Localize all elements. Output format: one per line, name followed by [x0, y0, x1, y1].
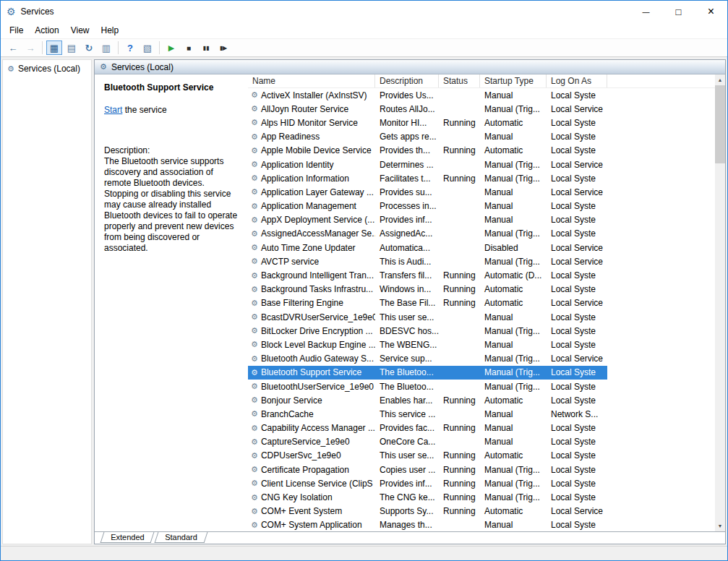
service-row[interactable]: ⚙Base Filtering EngineThe Base Fil...Run… — [248, 296, 607, 310]
startup-type-cell: Manual — [480, 187, 547, 197]
service-gear-icon: ⚙ — [251, 382, 258, 391]
service-row[interactable]: ⚙BitLocker Drive Encryption ...BDESVC ho… — [248, 324, 607, 338]
view-window-icon[interactable]: ▧ — [140, 40, 155, 55]
startup-type-cell: Automatic — [480, 284, 547, 294]
service-name-cell: ⚙COM+ System Application — [248, 520, 375, 530]
close-button[interactable]: × — [695, 1, 727, 22]
statusbar — [1, 546, 727, 560]
service-row[interactable]: ⚙Bonjour ServiceEnables har...RunningAut… — [248, 393, 607, 407]
service-row[interactable]: ⚙AllJoyn Router ServiceRoutes AllJo...Ma… — [248, 102, 607, 116]
service-row[interactable]: ⚙Capability Access Manager ...Provides f… — [248, 421, 607, 435]
service-name: Base Filtering Engine — [261, 298, 343, 308]
column-header-name[interactable]: Name — [248, 74, 375, 87]
maximize-button[interactable]: □ — [662, 1, 695, 22]
service-row[interactable]: ⚙Background Tasks Infrastru...Windows in… — [248, 283, 607, 296]
titlebar[interactable]: ⚙ Services — □ × — [1, 1, 727, 22]
service-name-cell: ⚙Bluetooth Audio Gateway S... — [248, 354, 375, 364]
scrollbar-track[interactable] — [715, 85, 725, 521]
service-name-cell: ⚙CNG Key Isolation — [248, 492, 375, 502]
vertical-scrollbar[interactable]: ▲ ▼ — [715, 74, 725, 531]
minimize-button[interactable]: — — [630, 1, 662, 22]
description-cell: Manages th... — [375, 520, 439, 530]
service-name-cell: ⚙Client License Service (ClipS — [248, 479, 375, 489]
menu-view[interactable]: View — [65, 23, 95, 38]
description-cell: Processes in... — [375, 201, 439, 211]
description-cell: The Bluetoo... — [375, 382, 439, 392]
service-row[interactable]: ⚙CNG Key IsolationThe CNG ke...RunningMa… — [248, 490, 607, 504]
description-cell: Provides inf... — [375, 479, 439, 489]
service-name-cell: ⚙Block Level Backup Engine ... — [248, 340, 375, 350]
service-gear-icon: ⚙ — [251, 493, 258, 502]
service-row[interactable]: ⚙BcastDVRUserService_1e9e0This user se..… — [248, 310, 607, 324]
column-header-startup-type[interactable]: Startup Type — [480, 74, 547, 87]
column-header-description[interactable]: Description — [375, 74, 439, 87]
scroll-down-icon[interactable]: ▼ — [715, 521, 725, 531]
service-row[interactable]: ⚙Apple Mobile Device ServiceProvides th.… — [248, 144, 607, 158]
service-row[interactable]: ⚙AssignedAccessManager Se...AssignedAc..… — [248, 227, 607, 241]
help-icon[interactable]: ? — [122, 40, 138, 55]
description-cell: This user se... — [375, 450, 439, 461]
service-name-cell: ⚙ActiveX Installer (AxInstSV) — [248, 90, 375, 100]
service-row[interactable]: ⚙Application Layer Gateway ...Provides s… — [248, 185, 607, 199]
start-service-link[interactable]: Start — [104, 105, 122, 115]
service-row[interactable]: ⚙Background Intelligent Tran...Transfers… — [248, 268, 607, 282]
properties-icon[interactable]: ▤ — [64, 40, 80, 55]
restart-service-icon[interactable]: ▮▶ — [215, 40, 231, 55]
back-icon[interactable]: ← — [5, 40, 21, 55]
service-row[interactable]: ⚙Application InformationFacilitates t...… — [248, 171, 607, 185]
service-row[interactable]: ⚙CaptureService_1e9e0OneCore Ca...Manual… — [248, 435, 607, 449]
tree-item-services-local[interactable]: ⚙ Services (Local) — [3, 60, 91, 77]
stop-service-icon[interactable]: ■ — [181, 40, 197, 55]
startup-type-cell: Automatic (D... — [480, 270, 547, 280]
service-row[interactable]: ⚙Certificate PropagationCopies user ...R… — [248, 463, 607, 476]
service-name: BranchCache — [261, 409, 314, 419]
startup-type-cell: Manual (Trig... — [480, 174, 547, 184]
menu-file[interactable]: File — [4, 23, 29, 38]
service-name: AllJoyn Router Service — [261, 104, 348, 114]
service-name: Capability Access Manager ... — [261, 423, 375, 433]
forward-icon[interactable]: → — [22, 40, 38, 55]
tab-standard[interactable]: Standard — [155, 532, 208, 543]
show-console-tree-icon[interactable]: ▦ — [46, 40, 62, 55]
service-row[interactable]: ⚙Application ManagementProcesses in...Ma… — [248, 200, 607, 213]
service-row[interactable]: ⚙COM+ Event SystemSupports Sy...RunningA… — [248, 505, 607, 518]
service-row[interactable]: ⚙AppX Deployment Service (...Provides in… — [248, 213, 607, 227]
column-header-status[interactable]: Status — [439, 74, 480, 87]
service-row[interactable]: ⚙Bluetooth Support ServiceThe Bluetoo...… — [248, 366, 607, 380]
service-row[interactable]: ⚙Client License Service (ClipSProvides i… — [248, 476, 607, 490]
service-gear-icon: ⚙ — [251, 243, 258, 252]
start-service-icon[interactable]: ▶ — [163, 40, 179, 55]
pause-service-icon[interactable]: ▮▮ — [198, 40, 214, 55]
log-on-as-cell: Local Syste — [547, 465, 607, 475]
description-cell: This user se... — [375, 312, 439, 322]
service-action-suffix: the service — [122, 105, 166, 115]
service-row[interactable]: ⚙Block Level Backup Engine ...The WBENG.… — [248, 338, 607, 351]
service-row[interactable]: ⚙Bluetooth Audio Gateway S...Service sup… — [248, 352, 607, 366]
menu-action[interactable]: Action — [29, 23, 64, 38]
description-cell: Provides fac... — [375, 423, 439, 433]
menu-help[interactable]: Help — [95, 23, 125, 38]
tab-extended[interactable]: Extended — [100, 532, 155, 543]
tab-label: Extended — [111, 533, 144, 541]
log-on-as-cell: Local Syste — [547, 326, 607, 336]
service-name-cell: ⚙CaptureService_1e9e0 — [248, 437, 375, 447]
log-on-as-cell: Local Syste — [547, 270, 607, 280]
service-row[interactable]: ⚙BluetoothUserService_1e9e0The Bluetoo..… — [248, 380, 607, 393]
scrollbar-thumb[interactable] — [715, 85, 725, 163]
startup-type-cell: Manual (Trig... — [480, 492, 547, 502]
service-row[interactable]: ⚙COM+ System ApplicationManages th...Man… — [248, 518, 607, 531]
service-row[interactable]: ⚙Application IdentityDetermines ...Manua… — [248, 158, 607, 171]
selected-service-title: Bluetooth Support Service — [104, 82, 241, 93]
service-row[interactable]: ⚙CDPUserSvc_1e9e0This user se...RunningA… — [248, 449, 607, 463]
export-list-icon[interactable]: ▥ — [98, 40, 114, 55]
service-row[interactable]: ⚙ActiveX Installer (AxInstSV)Provides Us… — [248, 88, 607, 102]
service-name-cell: ⚙Apple Mobile Device Service — [248, 145, 375, 155]
service-row[interactable]: ⚙BranchCacheThis service ...ManualNetwor… — [248, 407, 607, 421]
service-row[interactable]: ⚙App ReadinessGets apps re...ManualLocal… — [248, 130, 607, 144]
service-row[interactable]: ⚙AVCTP serviceThis is Audi...Manual (Tri… — [248, 254, 607, 268]
service-row[interactable]: ⚙Auto Time Zone UpdaterAutomatica...Disa… — [248, 241, 607, 254]
column-header-log-on-as[interactable]: Log On As — [547, 74, 607, 87]
refresh-icon[interactable]: ↻ — [81, 40, 97, 55]
service-row[interactable]: ⚙Alps HID Monitor ServiceMonitor HI...Ru… — [248, 116, 607, 129]
scroll-up-icon[interactable]: ▲ — [715, 74, 725, 85]
